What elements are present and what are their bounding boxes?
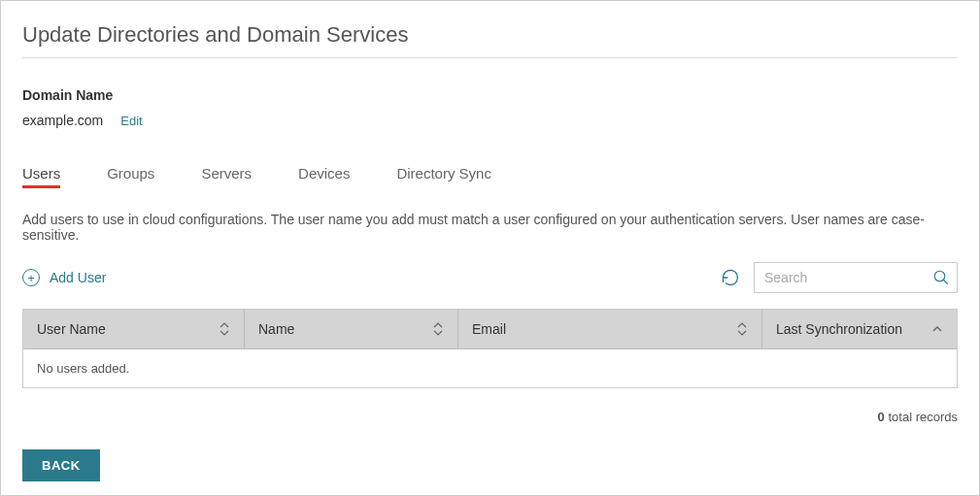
column-label: Name xyxy=(258,321,294,337)
add-user-button[interactable]: + Add User xyxy=(22,269,106,286)
table-header: User Name Name Email Last Synchronizatio… xyxy=(23,310,957,349)
column-header-user-name[interactable]: User Name xyxy=(23,310,245,348)
records-suffix: total records xyxy=(885,410,958,424)
add-user-label: Add User xyxy=(50,270,106,285)
chevron-up-icon xyxy=(931,323,943,335)
search-wrap xyxy=(754,262,958,293)
tab-description: Add users to use in cloud configurations… xyxy=(22,212,958,243)
records-number: 0 xyxy=(878,410,885,424)
column-label: User Name xyxy=(37,321,106,337)
table-body: No users added. xyxy=(23,349,957,387)
users-table: User Name Name Email Last Synchronizatio… xyxy=(22,309,958,388)
tab-devices[interactable]: Devices xyxy=(298,165,350,187)
domain-line: example.com Edit xyxy=(22,113,958,128)
domain-name-label: Domain Name xyxy=(22,87,958,103)
edit-link[interactable]: Edit xyxy=(120,114,142,128)
column-header-email[interactable]: Email xyxy=(458,310,762,348)
back-button[interactable]: BACK xyxy=(22,449,100,481)
tab-groups[interactable]: Groups xyxy=(107,165,154,187)
tab-directory-sync[interactable]: Directory Sync xyxy=(396,165,491,187)
tab-bar: Users Groups Servers Devices Directory S… xyxy=(22,165,958,188)
column-label: Email xyxy=(472,321,506,337)
column-header-name[interactable]: Name xyxy=(245,310,458,348)
tab-servers[interactable]: Servers xyxy=(201,165,252,187)
tab-users[interactable]: Users xyxy=(22,165,60,187)
column-header-last-sync[interactable]: Last Synchronization xyxy=(762,310,957,348)
search-input[interactable] xyxy=(754,262,958,293)
sort-icon xyxy=(432,321,444,337)
empty-message: No users added. xyxy=(23,349,957,387)
records-count: 0 total records xyxy=(22,410,958,424)
column-label: Last Synchronization xyxy=(776,321,902,337)
plus-icon: + xyxy=(22,269,40,286)
toolbar-right xyxy=(721,262,958,293)
toolbar: + Add User xyxy=(22,262,958,293)
refresh-icon[interactable] xyxy=(721,268,740,287)
domain-value: example.com xyxy=(22,113,103,128)
page-title: Update Directories and Domain Services xyxy=(22,22,958,58)
sort-icon xyxy=(736,321,748,337)
sort-icon xyxy=(219,321,230,337)
